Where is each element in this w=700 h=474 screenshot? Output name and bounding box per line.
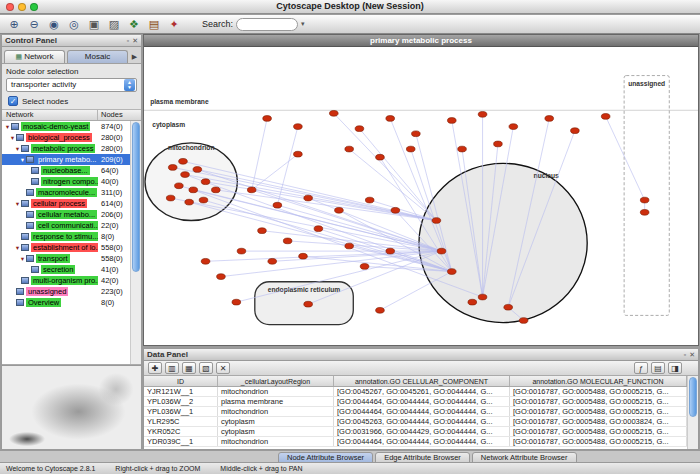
tab-overflow-icon[interactable]: ▶ [130, 53, 139, 63]
network-node[interactable] [386, 116, 395, 122]
network-node[interactable] [432, 218, 441, 224]
network-node[interactable] [314, 226, 323, 232]
network-node[interactable] [168, 165, 177, 171]
show-graphics-details-icon[interactable]: ▣ [86, 17, 102, 32]
network-node[interactable] [304, 195, 313, 201]
select-nodes-checkbox[interactable]: ✓ [8, 96, 18, 106]
network-node[interactable] [391, 207, 400, 213]
new-network-from-selection-icon[interactable]: ❖ [126, 17, 142, 32]
tree-expander-icon[interactable]: ▼ [14, 245, 21, 251]
network-node[interactable] [640, 209, 649, 215]
network-node[interactable] [355, 126, 364, 132]
zoom-selected-region-icon[interactable]: ◉ [46, 17, 62, 32]
delete-row-icon[interactable]: ✕ [216, 362, 230, 374]
zoom-fit-icon[interactable]: ◎ [66, 17, 82, 32]
network-node[interactable] [299, 253, 308, 259]
hide-details-icon[interactable]: ▨ [106, 17, 122, 32]
create-attribute-icon[interactable]: ✚ [148, 362, 162, 374]
search-input[interactable] [236, 18, 298, 31]
tree-row[interactable]: nucleobase...64(0) [2, 165, 130, 176]
tab-network[interactable]: ▦Network [4, 50, 65, 63]
network-node[interactable] [175, 183, 184, 189]
table-scrollbar-thumb[interactable] [689, 377, 697, 417]
tree-expander-icon[interactable]: ▼ [19, 256, 26, 262]
network-node[interactable] [437, 248, 446, 254]
tree-row[interactable]: ▼biological_process280(0) [2, 132, 130, 143]
close-data-panel-icon[interactable]: ✕ [689, 351, 695, 359]
tree-row[interactable]: unassigned223(0) [2, 286, 130, 297]
table-column-header[interactable]: ID [144, 376, 218, 386]
tree-row[interactable]: response to stimu...8(0) [2, 231, 130, 242]
network-node[interactable] [232, 299, 241, 305]
network-node[interactable] [201, 179, 210, 185]
table-row[interactable]: YLR295Ccytoplasm[GO:0045263, GO:0044444,… [144, 417, 698, 427]
tree-row[interactable]: ▼metabolic process280(0) [2, 143, 130, 154]
delete-attribute-icon[interactable]: ▥ [165, 362, 179, 374]
network-node[interactable] [283, 238, 292, 244]
tree-scrollbar[interactable] [130, 121, 141, 364]
network-node[interactable] [212, 187, 221, 193]
table-row[interactable]: YDR039C__1mitochondrion[GO:0044464, GO:0… [144, 437, 698, 447]
network-node[interactable] [640, 197, 649, 203]
tree-row[interactable]: Overview8(0) [2, 297, 130, 308]
tree-expander-icon[interactable]: ▼ [14, 146, 21, 152]
network-canvas[interactable]: mitochondrionnucleusendoplasmic reticulu… [144, 47, 698, 345]
network-node[interactable] [601, 114, 610, 120]
tree-row[interactable]: ▼mosaic-demo-yeast874(0) [2, 121, 130, 132]
table-row[interactable]: YPL036W__1mitochondrion[GO:0044464, GO:0… [144, 407, 698, 417]
birdseye-view[interactable] [2, 365, 141, 449]
tree-row[interactable]: multi-organism pro...42(0) [2, 275, 130, 286]
network-node[interactable] [365, 197, 374, 203]
network-node[interactable] [376, 307, 385, 313]
zoom-window-icon[interactable] [30, 3, 38, 11]
network-node[interactable] [447, 269, 456, 275]
tree-row[interactable]: macromolecule...311(0) [2, 187, 130, 198]
network-node[interactable] [304, 301, 313, 307]
network-node[interactable] [545, 116, 554, 122]
network-node[interactable] [519, 318, 528, 324]
network-node[interactable] [179, 158, 188, 164]
tree-row[interactable]: nitrogen compo...40(0) [2, 176, 130, 187]
network-node[interactable] [268, 258, 277, 264]
network-node[interactable] [189, 187, 198, 193]
tree-expander-icon[interactable]: ▼ [14, 201, 21, 207]
tree-row[interactable]: ▼transport558(0) [2, 253, 130, 264]
tree-expander-icon[interactable]: ▼ [9, 135, 16, 141]
network-node[interactable] [504, 304, 513, 310]
tree-row[interactable]: secretion41(0) [2, 264, 130, 275]
tree-row[interactable]: ▼establishment of lo...558(0) [2, 242, 130, 253]
search-options-icon[interactable]: ▾ [301, 20, 305, 28]
float-panel-icon[interactable]: ▫ [127, 37, 129, 45]
network-node[interactable] [345, 243, 354, 249]
network-node[interactable] [263, 116, 272, 122]
select-attributes-icon[interactable]: ▦ [182, 362, 196, 374]
network-node[interactable] [294, 124, 303, 130]
network-node[interactable] [447, 118, 456, 124]
network-node[interactable] [494, 141, 503, 147]
network-node[interactable] [166, 195, 175, 201]
network-node[interactable] [185, 199, 194, 205]
network-node[interactable] [478, 111, 487, 117]
network-node[interactable] [217, 274, 226, 280]
network-node[interactable] [201, 258, 210, 264]
zoom-out-icon[interactable]: ⊖ [26, 17, 42, 32]
zoom-in-icon[interactable]: ⊕ [6, 17, 22, 32]
tree-row[interactable]: ▼primary metabo...209(0) [2, 154, 130, 165]
network-node[interactable] [360, 264, 369, 270]
node-color-dropdown[interactable]: transporter activity ▲▼ [6, 78, 137, 92]
network-node[interactable] [329, 110, 338, 116]
network-node[interactable] [345, 146, 354, 152]
tree-row[interactable]: cell communicati...22(0) [2, 220, 130, 231]
network-node[interactable] [247, 187, 256, 193]
table-scrollbar[interactable] [687, 376, 698, 449]
tree-expander-icon[interactable]: ▼ [4, 124, 11, 130]
minimize-window-icon[interactable] [18, 3, 26, 11]
close-window-icon[interactable] [6, 3, 14, 11]
unselect-attributes-icon[interactable]: ▧ [199, 362, 213, 374]
float-data-panel-icon[interactable]: ▫ [684, 351, 686, 359]
network-node[interactable] [193, 167, 202, 173]
dropdown-stepper-icon[interactable]: ▲▼ [124, 79, 135, 91]
network-node[interactable] [412, 131, 421, 137]
import-network-icon[interactable]: ▤ [146, 17, 162, 32]
attribute-options-icon[interactable]: ◨ [668, 362, 682, 374]
